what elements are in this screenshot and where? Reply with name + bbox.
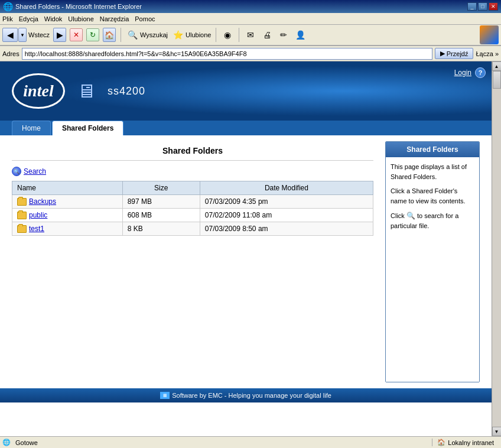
title-bar-left: 🌐 Shared Folders - Microsoft Internet Ex… (3, 2, 142, 11)
mail-toolbar-icon: ✉ (244, 28, 257, 41)
table-cell-name: test1 (12, 222, 123, 236)
favorites-toolbar-button[interactable]: ⭐ Ulubione (171, 28, 211, 41)
table-cell-size: 8 KB (122, 222, 200, 236)
table-cell-date: 07/03/2009 4:35 pm (200, 195, 373, 209)
search-icon: 🔍 (12, 167, 21, 176)
intel-oval-logo: intel (12, 73, 65, 109)
stop-button[interactable]: ✕ (70, 28, 83, 41)
section-divider (12, 160, 373, 161)
back-arrow-icon: ◀ (2, 28, 18, 42)
menu-tools[interactable]: Narzędzia (100, 15, 129, 22)
go-arrow-icon: ▶ (440, 50, 445, 57)
scroll-down-button[interactable]: ▼ (492, 427, 502, 436)
col-header-size: Size (122, 181, 200, 195)
menu-file[interactable]: Plik (2, 15, 13, 22)
media-toolbar-button[interactable]: ◉ (221, 28, 234, 41)
tab-home[interactable]: Home (12, 121, 51, 135)
folder-icon (17, 198, 27, 206)
favorites-toolbar-icon: ⭐ (171, 28, 184, 41)
tab-shared-folders-label: Shared Folders (62, 124, 113, 132)
folder-icon (17, 225, 27, 233)
folder-link-test1[interactable]: test1 (17, 225, 118, 233)
page-wrapper: intel 🖥 ss4200 Login ? Home Shared Folde… (0, 61, 492, 436)
status-icon: 🌐 (2, 439, 11, 446)
folder-link-public[interactable]: public (17, 211, 118, 219)
status-zone: 🏠 Lokalny intranet (432, 439, 499, 446)
toolbar: ◀ ▼ Wstecz ▶ ✕ ↻ 🏠 🔍 Wyszukaj ⭐ Ulubione… (0, 25, 501, 46)
table-cell-size: 608 MB (122, 209, 200, 222)
scroll-up-button[interactable]: ▲ (492, 61, 502, 71)
footer-text: Software by EMC - Helping you manage you… (172, 392, 331, 399)
help-line-2: Click a Shared Folder's name to view its… (391, 186, 474, 206)
search-toolbar-icon: 🔍 (126, 28, 139, 41)
address-input[interactable] (22, 48, 432, 60)
scroll-track (492, 71, 502, 427)
table-cell-date: 07/03/2009 8:50 am (200, 222, 373, 236)
table-row: public 608 MB07/02/2009 11:08 am (12, 209, 373, 222)
file-table: Name Size Date Modified Backups 897 MB07… (12, 181, 373, 236)
menu-help[interactable]: Pomoc (135, 15, 155, 22)
title-bar: 🌐 Shared Folders - Microsoft Internet Ex… (0, 0, 501, 13)
messenger-toolbar-icon: 👤 (294, 28, 307, 41)
help-panel-title: Shared Folders (386, 142, 479, 157)
address-label: Adres (2, 50, 19, 57)
menu-favorites[interactable]: Ulubione (68, 15, 93, 22)
table-header-row: Name Size Date Modified (12, 181, 373, 195)
search-toolbar-button[interactable]: 🔍 Wyszukaj (126, 28, 168, 41)
back-dropdown-icon[interactable]: ▼ (18, 28, 27, 42)
intel-logo-area: intel 🖥 ss4200 (12, 73, 145, 109)
table-cell-date: 07/02/2009 11:08 am (200, 209, 373, 222)
page-content: intel 🖥 ss4200 Login ? Home Shared Folde… (0, 61, 492, 436)
forward-button[interactable]: ▶ (53, 28, 66, 42)
folder-name[interactable]: Backups (29, 197, 56, 206)
status-text: Gotowe (15, 439, 427, 446)
tab-home-label: Home (22, 124, 41, 132)
back-button[interactable]: ◀ ▼ Wstecz (2, 28, 50, 42)
table-row: test1 8 KB07/03/2009 8:50 am (12, 222, 373, 236)
menu-view[interactable]: Widok (44, 15, 63, 22)
folder-icon (17, 212, 27, 219)
title-bar-buttons[interactable]: _ □ ✕ (467, 2, 498, 11)
search-label[interactable]: Search (24, 167, 46, 176)
close-button[interactable]: ✕ (489, 2, 498, 11)
table-row: Backups 897 MB07/03/2009 4:35 pm (12, 195, 373, 209)
intel-brand-text: intel (23, 82, 53, 100)
minimize-button[interactable]: _ (467, 2, 477, 11)
print-toolbar-button[interactable]: 🖨 (261, 28, 274, 41)
refresh-button[interactable]: ↻ (86, 28, 99, 41)
ie-frame: intel 🖥 ss4200 Login ? Home Shared Folde… (0, 61, 501, 436)
folder-name[interactable]: test1 (29, 225, 44, 233)
edit-toolbar-icon: ✏ (277, 28, 290, 41)
folder-link-Backups[interactable]: Backups (17, 197, 118, 206)
search-link[interactable]: 🔍 Search (12, 167, 373, 176)
go-label: Przejdź (447, 50, 469, 57)
login-link[interactable]: Login (454, 69, 471, 77)
table-cell-name: Backups (12, 195, 123, 209)
window-title: Shared Folders - Microsoft Internet Expl… (15, 3, 142, 10)
home-button[interactable]: 🏠 (103, 28, 116, 42)
toolbar-separator-2 (216, 28, 216, 42)
help-panel: Shared Folders This page displays a list… (385, 141, 480, 382)
left-panel: Shared Folders 🔍 Search Name Size (12, 141, 373, 382)
messenger-toolbar-button[interactable]: 👤 (294, 28, 307, 41)
mail-toolbar-button[interactable]: ✉ (244, 28, 257, 41)
address-bar: Adres ▶ Przejdź Łącza » (0, 46, 501, 61)
links-button[interactable]: Łącza » (476, 50, 499, 57)
scrollbar[interactable]: ▲ ▼ (492, 61, 501, 436)
server-name: ss4200 (108, 85, 145, 98)
help-button[interactable]: ? (475, 67, 486, 78)
nav-tabs: Home Shared Folders (0, 121, 492, 135)
tab-shared-folders[interactable]: Shared Folders (52, 121, 123, 135)
status-bar: 🌐 Gotowe 🏠 Lokalny intranet (0, 436, 501, 448)
zone-icon: 🏠 (437, 439, 445, 446)
maximize-button[interactable]: □ (478, 2, 487, 11)
scroll-thumb[interactable] (493, 71, 501, 89)
go-button[interactable]: ▶ Przejdź (435, 48, 474, 59)
menu-edit[interactable]: Edycja (19, 15, 38, 22)
folder-name[interactable]: public (29, 211, 47, 219)
edit-toolbar-button[interactable]: ✏ (277, 28, 290, 41)
emc-icon: ▦ (160, 392, 170, 399)
col-header-name: Name (12, 181, 123, 195)
help-line-1: This page displays a list of Shared Fold… (391, 162, 474, 181)
help-line-3: Click 🔍 to search for a particular file. (391, 210, 474, 231)
